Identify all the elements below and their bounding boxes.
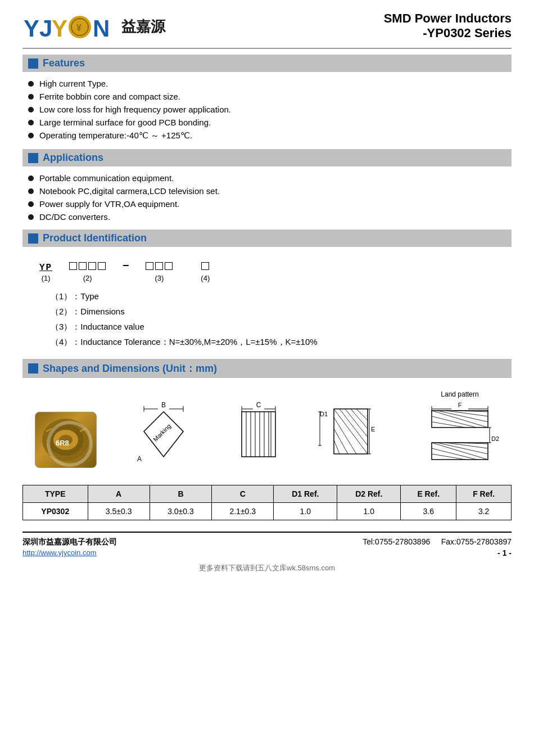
bullet-dot — [28, 120, 34, 125]
features-list: High current Type. Ferrite bobbin core a… — [22, 79, 512, 141]
pid-part4: (4) — [201, 262, 210, 282]
svg-text:E: E — [371, 426, 375, 433]
footer-left: 深圳市益嘉源电子有限公司 http://www.yjycoin.com — [22, 537, 117, 557]
list-item: Low core loss for high frequency power a… — [28, 105, 512, 114]
logo-area: Y J Y ¥ N 益嘉源 — [22, 11, 165, 42]
table-header-a: A — [88, 485, 150, 503]
table-header-c: C — [212, 485, 274, 503]
table-header-d2: D2 Ref. — [337, 485, 401, 503]
product-id-diagram: YP (1) (2) – — [39, 258, 512, 348]
table-row: YP0302 3.5±0.3 3.0±0.3 2.1±0.3 1.0 1.0 3… — [23, 503, 512, 520]
list-item: Large terminal surface for good PCB bond… — [28, 118, 512, 127]
land-pattern-diagram: Land pattern F — [420, 390, 499, 468]
pid-part3: (3) — [146, 262, 173, 282]
product-id-row: YP (1) (2) – — [39, 258, 512, 282]
pid-num3: (3) — [155, 274, 164, 282]
bullet-dot — [28, 133, 34, 138]
svg-point-8 — [48, 424, 84, 456]
list-item: Power supply for VTR,OA equipment. — [28, 199, 512, 209]
pid-note-4: （4）：Inductance Tolerance：N=±30%,M=±20%，L… — [51, 337, 512, 348]
table-cell-c: 2.1±0.3 — [212, 503, 274, 520]
logo-cn-text: 益嘉源 — [121, 17, 165, 37]
footer-page: - 1 - — [363, 548, 512, 557]
applications-section-icon — [28, 153, 38, 163]
bullet-dot — [28, 201, 34, 207]
table-header-d1: D1 Ref. — [274, 485, 337, 503]
bullet-dot — [28, 94, 34, 100]
bullet-dot — [28, 81, 34, 87]
pid-boxes4 — [201, 262, 209, 273]
company-website[interactable]: http://www.yjycoin.com — [22, 548, 117, 557]
shapes-section-icon — [28, 363, 38, 374]
product-id-section-title: Product Identification — [43, 232, 147, 244]
applications-section-title: Applications — [43, 152, 103, 164]
bullet-dot — [28, 107, 34, 112]
svg-line-66 — [437, 443, 488, 454]
applications-list: Portable communication equipment. Notebo… — [22, 173, 512, 222]
svg-point-7 — [42, 418, 89, 461]
bullet-dot — [28, 214, 34, 220]
svg-line-42 — [345, 409, 368, 437]
watermark-text: 更多资料下载请到五八文库wk.58sms.com — [22, 563, 512, 573]
svg-line-41 — [340, 409, 368, 446]
table-cell-b: 3.0±0.3 — [150, 503, 211, 520]
product-title-main: SMD Power Inductors — [384, 11, 512, 26]
svg-text:C: C — [256, 401, 261, 409]
list-item: High current Type. — [28, 79, 512, 88]
svg-line-47 — [334, 440, 340, 454]
pid-num1: (1) — [42, 274, 51, 282]
list-item: Operating temperature:-40℃ ～ +125℃. — [28, 130, 512, 141]
pid-note-2: （2）：Dimensions — [51, 307, 512, 317]
svg-rect-27 — [242, 412, 275, 457]
svg-line-12 — [80, 429, 85, 431]
svg-text:¥: ¥ — [76, 23, 82, 33]
svg-text:A: A — [137, 455, 142, 463]
footer-right: Tel:0755-27803896 Fax:0755-27803897 - 1 … — [363, 537, 512, 557]
list-item: DC/DC converters. — [28, 212, 512, 222]
features-section-icon — [28, 58, 38, 69]
features-section-title: Features — [43, 57, 85, 69]
features-section-header: Features — [22, 55, 512, 72]
page-footer: 深圳市益嘉源电子有限公司 http://www.yjycoin.com Tel:… — [22, 532, 512, 557]
svg-text:Marking: Marking — [152, 422, 172, 443]
header-title: SMD Power Inductors -YP0302 Series — [384, 11, 512, 40]
footer-contact: Tel:0755-27803896 Fax:0755-27803897 — [363, 537, 512, 546]
pid-part1: YP (1) — [39, 263, 52, 282]
table-cell-a: 3.5±0.3 — [88, 503, 150, 520]
diagrams-row: 6R8 B Marking — [22, 385, 512, 474]
pid-part2: (2) — [69, 262, 106, 282]
shapes-section: 6R8 B Marking — [22, 385, 512, 520]
inductor-photo: 6R8 — [35, 412, 97, 468]
land-pattern-label: Land pattern — [441, 390, 478, 398]
shapes-section-header: Shapes and Dimensions (Unit：mm) — [22, 359, 512, 378]
logo-icon: Y J Y ¥ N — [22, 11, 112, 42]
list-item: Portable communication equipment. — [28, 173, 512, 183]
bullet-dot — [28, 188, 34, 194]
pid-note-3: （3）：Inductance value — [51, 322, 512, 332]
dimensions-table: TYPE A B C D1 Ref. D2 Ref. E Ref. F Ref.… — [22, 485, 512, 520]
table-header-b: B — [150, 485, 211, 503]
product-id-notes: （1）：Type （2）：Dimensions （3）：Inductance v… — [39, 291, 512, 348]
footer-tel: Tel:0755-27803896 — [363, 537, 430, 546]
pid-num2: (2) — [83, 274, 92, 282]
table-header-e: E Ref. — [401, 485, 456, 503]
svg-line-63 — [432, 422, 465, 428]
list-item: Ferrite bobbin core and compact size. — [28, 92, 512, 101]
svg-text:6R8: 6R8 — [56, 439, 69, 447]
pid-yp-label: YP — [39, 263, 52, 273]
svg-text:J: J — [39, 15, 52, 42]
svg-text:F: F — [458, 402, 462, 408]
dim-c-diagram: C — [236, 400, 281, 468]
product-id-section-header: Product Identification — [22, 230, 512, 247]
svg-text:Y: Y — [52, 15, 67, 42]
shapes-section-title: Shapes and Dimensions (Unit：mm) — [43, 362, 217, 375]
svg-line-65 — [432, 443, 488, 460]
svg-line-59 — [437, 411, 488, 422]
pid-boxes2 — [69, 262, 106, 273]
table-cell-e: 3.6 — [401, 503, 456, 520]
dim-d1-diagram: D1 E — [317, 400, 384, 468]
table-header-f: F Ref. — [456, 485, 512, 503]
table-cell-d1: 1.0 — [274, 503, 337, 520]
svg-line-44 — [356, 409, 368, 420]
product-id-section-icon — [28, 233, 38, 244]
